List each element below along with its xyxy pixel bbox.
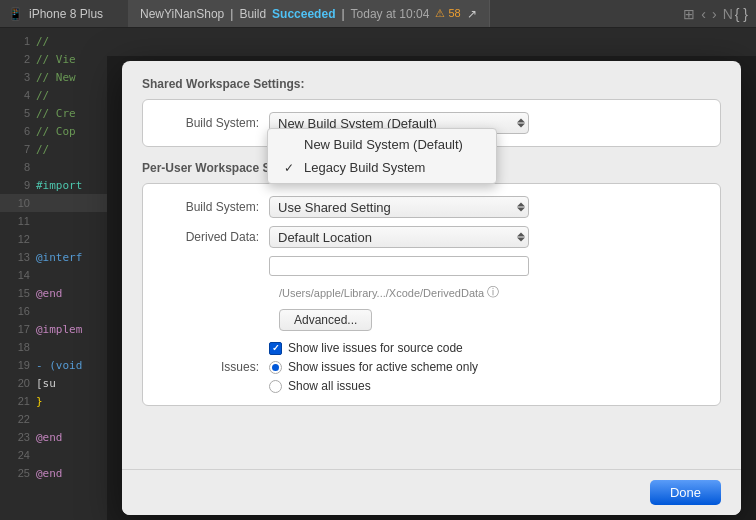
code-line-7: 7 // [0,140,107,158]
code-line-13: 13 @interf [0,248,107,266]
titlebar: 📱 iPhone 8 Plus NewYiNanShop | Build Suc… [0,0,756,28]
tab-separator2: | [341,7,344,21]
nav-next-btn[interactable]: › [710,6,719,22]
done-button[interactable]: Done [650,480,721,505]
code-line-12: 12 [0,230,107,248]
titlebar-tabs: NewYiNanShop | Build Succeeded | Today a… [128,0,681,27]
code-line-19: 19 - (void [0,356,107,374]
derived-path-text: /Users/apple/Library.../Xcode/DerivedDat… [279,287,484,299]
code-line-6: 6 // Cop [0,122,107,140]
all-issues-radio[interactable] [269,380,282,393]
code-line-23: 23 @end [0,428,107,446]
tab-build-status: Succeeded [272,7,335,21]
code-line-10: 10 [0,194,107,212]
device-icon: 📱 [8,7,23,21]
code-line-25: 25 @end [0,464,107,482]
tab-build-label: Build [239,7,266,21]
code-line-18: 18 [0,338,107,356]
dropdown-item-legacy-build[interactable]: ✓ Legacy Build System [268,156,496,179]
derived-data-label: Derived Data: [159,230,269,244]
issues-label: Issues: [159,360,269,374]
build-system-select-wrapper: Use Shared Setting New Build System (Def… [269,196,529,218]
issue-option-all: Show all issues [269,379,478,393]
derived-data-select-wrapper: Default Location Relative to Workspace C… [269,226,529,248]
tab-time: Today at 10:04 [351,7,430,21]
titlebar-right: { } [735,6,748,22]
issues-row: Issues: Show live issues for source code… [159,341,704,393]
dialog-content: Shared Workspace Settings: Build System:… [122,61,741,469]
info-icon: ⓘ [487,284,499,301]
legacy-build-check: ✓ [284,161,298,175]
nav-prev-btn[interactable]: ‹ [699,6,708,22]
shared-section-title: Shared Workspace Settings: [142,77,721,91]
build-system-dropdown-popup: New Build System (Default) ✓ Legacy Buil… [267,128,497,184]
device-label: iPhone 8 Plus [29,7,103,21]
code-line-3: 3 // New [0,68,107,86]
code-line-21: 21 } [0,392,107,410]
issue-option-live: Show live issues for source code [269,341,478,355]
main-area: 1 // 2 // Vie 3 // New 4 // 5 // Cre 6 /… [0,28,756,520]
dialog-overlay: Shared Workspace Settings: Build System:… [107,56,756,520]
window-controls: { } [735,6,748,22]
code-line-15: 15 @end [0,284,107,302]
code-line-24: 24 [0,446,107,464]
build-system-select[interactable]: Use Shared Setting New Build System (Def… [269,196,529,218]
tab-letter-btn[interactable]: N [721,6,735,22]
nav-back-btn[interactable]: ⊞ [681,6,697,22]
tab-warning: ⚠ 58 [435,7,460,20]
code-line-20: 20 [su [0,374,107,392]
code-line-17: 17 @implem [0,320,107,338]
live-issues-checkbox[interactable] [269,342,282,355]
code-line-8: 8 [0,158,107,176]
code-line-2: 2 // Vie [0,50,107,68]
issues-options: Show live issues for source code Show is… [269,341,478,393]
active-scheme-label: Show issues for active scheme only [288,360,478,374]
dialog-footer: Done [122,469,741,515]
titlebar-left: 📱 iPhone 8 Plus [8,7,128,21]
legacy-build-option-label: Legacy Build System [304,160,425,175]
active-scheme-radio[interactable] [269,361,282,374]
code-line-22: 22 [0,410,107,428]
code-line-5: 5 // Cre [0,104,107,122]
code-line-11: 11 [0,212,107,230]
active-tab[interactable]: NewYiNanShop | Build Succeeded | Today a… [128,0,490,27]
code-line-14: 14 [0,266,107,284]
derived-data-select[interactable]: Default Location Relative to Workspace C… [269,226,529,248]
shared-build-system-label: Build System: [159,116,269,130]
code-line-4: 4 // [0,86,107,104]
all-issues-label: Show all issues [288,379,371,393]
derived-data-row: Derived Data: Default Location Relative … [159,226,704,248]
path-text-input[interactable] [269,256,529,276]
build-system-row: Build System: Use Shared Setting New Bui… [159,196,704,218]
live-issues-label: Show live issues for source code [288,341,463,355]
dropdown-item-new-build[interactable]: New Build System (Default) [268,133,496,156]
path-input-row [159,256,704,276]
tab-arrow-icon: ↗ [467,7,477,21]
issue-option-active: Show issues for active scheme only [269,360,478,374]
code-line-1: 1 // [0,32,107,50]
tab-separator: | [230,7,233,21]
nav-arrows: ⊞ ‹ › N [681,6,734,22]
code-line-9: 9 #import [0,176,107,194]
advanced-btn-wrapper: Advanced... [159,309,704,331]
new-build-option-label: New Build System (Default) [304,137,463,152]
derived-path-info: /Users/apple/Library.../Xcode/DerivedDat… [279,284,704,301]
code-line-16: 16 [0,302,107,320]
build-system-label: Build System: [159,200,269,214]
tab-shop: NewYiNanShop [140,7,224,21]
advanced-button[interactable]: Advanced... [279,309,372,331]
code-editor: 1 // 2 // Vie 3 // New 4 // 5 // Cre 6 /… [0,28,107,520]
per-user-section-box: Build System: Use Shared Setting New Bui… [142,183,721,406]
